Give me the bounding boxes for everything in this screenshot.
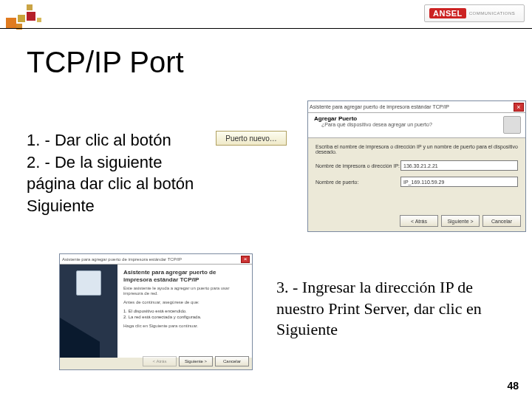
field-port-label: Nombre de puerto:: [316, 180, 400, 185]
step-3-text: 3. - Ingresar la dirección IP de nuestro…: [276, 277, 513, 341]
next-button[interactable]: Siguiente >: [441, 215, 480, 227]
close-icon[interactable]: ×: [514, 103, 524, 112]
dialog-header: Agregar Puerto ¿Para qué dispositivo des…: [308, 113, 525, 138]
wizard-welcome-title: Asistente para agregar puerto de impreso…: [123, 269, 246, 283]
step-1-text: 1. - Dar clic al botón: [27, 129, 208, 151]
sidebar-graphic: [60, 318, 100, 358]
cancel-button[interactable]: Cancelar: [215, 356, 249, 366]
dialog-body-text: Escriba el nombre de impresora o direcci…: [316, 144, 518, 154]
step-2-text: 2. - De la siguiente página dar clic al …: [27, 151, 208, 217]
brand-name: ANSEL: [429, 8, 466, 18]
printer-icon: [503, 116, 521, 134]
page-number: 48: [507, 380, 519, 392]
brand-subtitle: COMMUNICATIONS: [469, 11, 516, 16]
close-icon[interactable]: ×: [241, 256, 250, 263]
header-underline: [0, 28, 532, 29]
wizard-sidebar: [60, 265, 117, 358]
back-button[interactable]: < Atrás: [400, 215, 438, 227]
dialog-title-text: Asistente para agregar puerto de impreso…: [62, 257, 182, 262]
wizard-welcome-dialog: Asistente para agregar puerto de impreso…: [59, 253, 253, 370]
next-button[interactable]: Siguiente >: [179, 356, 213, 366]
cancel-button[interactable]: Cancelar: [482, 215, 521, 227]
slide-title: TCP/IP Port: [27, 46, 184, 79]
dialog-header-sub: ¿Para qué dispositivo desea agregar un p…: [321, 122, 519, 127]
step-text-block: 1. - Dar clic al botón 2. - De la siguie…: [27, 129, 208, 217]
field-ip-label: Nombre de impresora o dirección IP:: [316, 163, 400, 168]
field-ip-input[interactable]: 136.30.21.2.21: [400, 160, 518, 171]
wizard-add-port-dialog: Asistente para agregar puerto de impreso…: [307, 100, 526, 232]
wizard-chk1: 1. El dispositivo está encendido.: [123, 308, 246, 314]
wizard-p1: Este asistente le ayuda a agregar un pue…: [123, 286, 246, 296]
dialog-button-row: < Atrás Siguiente > Cancelar: [143, 356, 249, 366]
field-port-input[interactable]: IP_169.110.59.29: [400, 177, 518, 187]
dialog-button-row: < Atrás Siguiente > Cancelar: [400, 215, 521, 227]
dialog-title-text: Asistente para agregar puerto de impreso…: [310, 104, 449, 109]
wizard-p2: Antes de continuar, asegúrese de que:: [123, 300, 246, 305]
wizard-main: Asistente para agregar puerto de impreso…: [117, 265, 252, 358]
wizard-chk2: 2. La red está conectada y configurada.: [123, 314, 246, 320]
puerto-nuevo-button[interactable]: Puerto nuevo…: [216, 131, 287, 146]
brand-logo: ANSEL COMMUNICATIONS: [424, 4, 525, 22]
printer-icon: [76, 270, 101, 296]
back-button: < Atrás: [143, 356, 177, 366]
dialog-header-title: Agregar Puerto: [314, 115, 519, 122]
dialog-titlebar: Asistente para agregar puerto de impreso…: [308, 101, 525, 113]
slide-header: ANSEL COMMUNICATIONS: [0, 0, 532, 30]
wizard-checklist: 1. El dispositivo está encendido. 2. La …: [123, 308, 246, 321]
wizard-p3: Haga clic en Siguiente para continuar.: [123, 324, 246, 329]
dialog-body: Escriba el nombre de impresora o direcci…: [308, 138, 525, 193]
dialog-titlebar: Asistente para agregar puerto de impreso…: [60, 254, 252, 265]
